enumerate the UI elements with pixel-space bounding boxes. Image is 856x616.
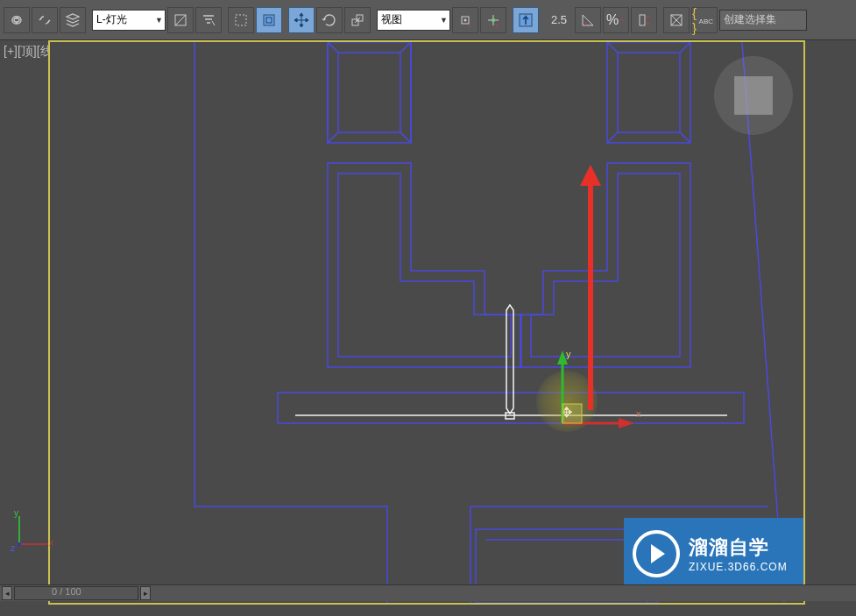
snap-toggle[interactable] [513, 7, 539, 33]
watermark-badge: 溜溜自学 ZIXUE.3D66.COM [624, 518, 803, 590]
svg-rect-10 [640, 15, 645, 25]
watermark-subtitle: ZIXUE.3D66.COM [689, 561, 788, 573]
select-display-icon[interactable] [167, 7, 194, 33]
watermark-title: 溜溜自学 [689, 535, 788, 561]
timeline-scroll-right[interactable]: ▸ [140, 586, 151, 600]
window-crossing-toggle[interactable] [256, 7, 282, 33]
unlink-icon[interactable] [32, 7, 58, 33]
rotate-tool[interactable] [316, 7, 343, 33]
coord-system-value: 视图 [381, 12, 402, 27]
link-icon[interactable] [4, 7, 30, 33]
timeline-track[interactable]: 0 / 100 [14, 586, 138, 600]
viewport-label-plus: [+] [4, 44, 18, 58]
timeline-scroll-left[interactable]: ◂ [2, 586, 12, 600]
status-bar: ◂ 0 / 100 ▸ [0, 584, 856, 601]
viewport-area: [+][顶][线框] [0, 40, 856, 601]
svg-point-7 [464, 18, 467, 21]
filter-list-icon[interactable] [195, 7, 222, 33]
viewport-label-view: [顶] [18, 44, 37, 58]
move-tool[interactable] [288, 7, 315, 33]
axis-y-label: y [14, 508, 18, 518]
angle-snap-icon[interactable] [575, 7, 601, 33]
svg-rect-12 [328, 42, 411, 143]
viewcube[interactable] [714, 56, 793, 135]
coord-system-select[interactable]: 视图 ▼ [377, 10, 450, 31]
viewport[interactable]: ✥ y x 溜溜自学 [48, 40, 805, 605]
grid-spacing-value: 2.5 [545, 13, 573, 26]
chevron-down-icon: ▼ [440, 16, 448, 25]
layer-select-value: L-灯光 [96, 12, 127, 27]
chevron-down-icon: ▼ [155, 16, 163, 25]
selection-center-icon[interactable] [480, 7, 506, 33]
svg-rect-13 [607, 42, 690, 143]
play-icon [633, 530, 680, 577]
scale-tool[interactable] [344, 7, 371, 33]
viewcube-face[interactable] [734, 76, 773, 115]
edged-faces-icon[interactable] [663, 7, 690, 33]
axis-z-label: z [11, 543, 15, 553]
named-selection-placeholder: 创建选择集 [724, 12, 776, 27]
svg-rect-1 [236, 15, 246, 25]
frame-readout: 0 / 100 [52, 586, 81, 597]
layer-select[interactable]: L-灯光 ▼ [92, 10, 166, 31]
svg-rect-2 [264, 15, 274, 25]
named-selection-input[interactable]: 创建选择集 [719, 10, 807, 31]
layers-icon[interactable] [60, 7, 86, 33]
spinner-snap-icon[interactable] [631, 7, 657, 33]
svg-point-25 [18, 542, 21, 546]
main-toolbar: L-灯光 ▼ 视图 ▼ 2.5 %⌒ { }ABC 创建选择集 [0, 0, 856, 40]
percent-snap-icon[interactable]: %⌒ [603, 7, 629, 33]
pivot-center-icon[interactable] [452, 7, 478, 33]
marquee-select-icon[interactable] [228, 7, 254, 33]
named-sel-brace-icon[interactable]: { }ABC [691, 7, 718, 33]
